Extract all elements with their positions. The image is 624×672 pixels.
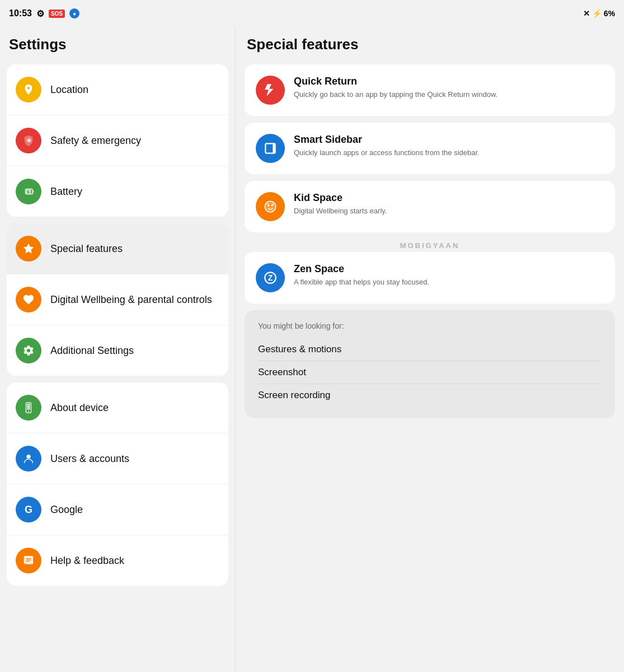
svg-point-9 xyxy=(28,411,29,412)
right-panel: Special features Quick Return Quickly go… xyxy=(236,27,624,672)
status-right: ✕ ⚡ 6% xyxy=(583,9,615,18)
kid-space-text: Kid Space Digital Wellbeing starts early… xyxy=(294,192,604,216)
google-icon: G xyxy=(25,504,32,516)
svg-text:✳: ✳ xyxy=(26,137,32,144)
feature-card-smart-sidebar[interactable]: Smart Sidebar Quickly launch apps or acc… xyxy=(245,123,615,174)
feature-card-quick-return[interactable]: Quick Return Quickly go back to an app b… xyxy=(245,64,615,116)
svg-point-20 xyxy=(271,204,273,206)
no-signal-icon: ✕ xyxy=(583,9,590,18)
sidebar-item-about[interactable]: About device xyxy=(7,382,228,433)
looking-for-card: You might be looking for: Gestures & mot… xyxy=(245,310,615,418)
feature-card-zen-space[interactable]: Z Zen Space A flexible app that helps yo… xyxy=(245,252,615,304)
svg-rect-16 xyxy=(273,143,275,153)
safety-icon-circle: ✳ xyxy=(16,128,41,153)
looking-for-screenshot[interactable]: Screenshot xyxy=(258,361,602,384)
svg-point-10 xyxy=(26,455,30,459)
quick-return-desc: Quickly go back to an app by tapping the… xyxy=(294,90,604,100)
heart-icon xyxy=(22,293,35,306)
smart-sidebar-text: Smart Sidebar Quickly launch apps or acc… xyxy=(294,134,604,158)
settings-card-1: Location ✳ Safety & emergency xyxy=(7,64,228,217)
phone-icon xyxy=(22,402,35,414)
smart-sidebar-icon xyxy=(256,134,285,163)
about-label: About device xyxy=(50,402,109,414)
watermark: MOBIGYAAN xyxy=(245,239,615,252)
charging-icon: ⚡ xyxy=(592,9,602,18)
feature-card-kid-space[interactable]: Kid Space Digital Wellbeing starts early… xyxy=(245,181,615,232)
quick-return-text: Quick Return Quickly go back to an app b… xyxy=(294,76,604,100)
special-label: Special features xyxy=(50,243,123,255)
location-icon-circle xyxy=(16,77,41,102)
battery-icon xyxy=(22,185,35,198)
svg-rect-8 xyxy=(27,404,30,410)
smart-sidebar-desc: Quickly launch apps or access functions … xyxy=(294,148,604,158)
right-panel-title: Special features xyxy=(245,27,615,64)
left-panel-title: Settings xyxy=(7,27,228,64)
settings-card-2: Special features Digital Wellbeing & par… xyxy=(7,223,228,376)
battery-icon-circle xyxy=(16,179,41,204)
wellbeing-icon-circle xyxy=(16,287,41,312)
additional-icon-circle xyxy=(16,338,41,363)
settings-icon xyxy=(22,344,35,357)
sidebar-item-safety[interactable]: ✳ Safety & emergency xyxy=(7,115,228,166)
sidebar-item-special[interactable]: Special features xyxy=(7,223,228,274)
kid-space-icon xyxy=(256,192,285,221)
status-bar: 10:53 ⚙ SOS ● ✕ ⚡ 6% xyxy=(0,0,624,27)
record-icon: ● xyxy=(69,8,79,18)
kid-space-title: Kid Space xyxy=(294,192,604,204)
help-label: Help & feedback xyxy=(50,555,124,567)
location-label: Location xyxy=(50,84,88,96)
battery-percent: 6% xyxy=(604,9,615,18)
additional-label: Additional Settings xyxy=(50,345,134,357)
wellbeing-label: Digital Wellbeing & parental controls xyxy=(50,294,212,306)
users-label: Users & accounts xyxy=(50,453,129,465)
face-icon xyxy=(263,199,278,214)
google-label: Google xyxy=(50,504,83,516)
smart-sidebar-title: Smart Sidebar xyxy=(294,134,604,146)
quick-return-icon xyxy=(256,76,285,105)
svg-rect-3 xyxy=(32,190,34,193)
sos-badge: SOS xyxy=(49,10,65,18)
users-icon-circle xyxy=(16,446,41,472)
zen-space-desc: A flexible app that helps you stay focus… xyxy=(294,277,604,287)
looking-for-recording[interactable]: Screen recording xyxy=(258,384,602,407)
quick-return-title: Quick Return xyxy=(294,76,604,87)
sidebar-item-users[interactable]: Users & accounts xyxy=(7,433,228,484)
left-panel: Settings Location ✳ Safety & emerg xyxy=(0,27,235,672)
help-icon-circle xyxy=(16,548,41,573)
looking-for-title: You might be looking for: xyxy=(258,321,602,330)
gear-icon: ⚙ xyxy=(36,8,44,19)
lightning-icon xyxy=(263,83,278,97)
settings-card-3: About device Users & accounts G Google xyxy=(7,382,228,586)
zen-space-title: Zen Space xyxy=(294,263,604,275)
sidebar-item-additional[interactable]: Additional Settings xyxy=(7,325,228,376)
sidebar-item-wellbeing[interactable]: Digital Wellbeing & parental controls xyxy=(7,274,228,325)
feedback-icon xyxy=(22,554,35,567)
looking-for-gestures[interactable]: Gestures & motions xyxy=(258,338,602,361)
svg-point-19 xyxy=(268,204,269,206)
google-icon-circle: G xyxy=(16,497,41,522)
star-icon xyxy=(22,242,35,255)
location-icon xyxy=(22,83,35,96)
user-icon xyxy=(22,452,35,465)
special-icon-circle xyxy=(16,236,41,262)
zen-space-text: Zen Space A flexible app that helps you … xyxy=(294,263,604,287)
safety-label: Safety & emergency xyxy=(50,135,141,147)
sidebar-item-battery[interactable]: Battery xyxy=(7,166,228,217)
safety-icon: ✳ xyxy=(22,134,35,147)
status-left: 10:53 ⚙ SOS ● xyxy=(9,8,79,19)
sidebar-item-help[interactable]: Help & feedback xyxy=(7,535,228,586)
sidebar-icon xyxy=(263,141,278,156)
zen-icon: Z xyxy=(263,270,278,285)
sidebar-item-location[interactable]: Location xyxy=(7,64,228,115)
svg-text:Z: Z xyxy=(268,273,273,282)
zen-space-icon: Z xyxy=(256,263,285,292)
battery-label: Battery xyxy=(50,186,82,198)
about-icon-circle xyxy=(16,395,41,421)
main-layout: Settings Location ✳ Safety & emerg xyxy=(0,27,624,672)
time-display: 10:53 xyxy=(9,8,32,18)
kid-space-desc: Digital Wellbeing starts early. xyxy=(294,206,604,216)
sidebar-item-google[interactable]: G Google xyxy=(7,484,228,535)
